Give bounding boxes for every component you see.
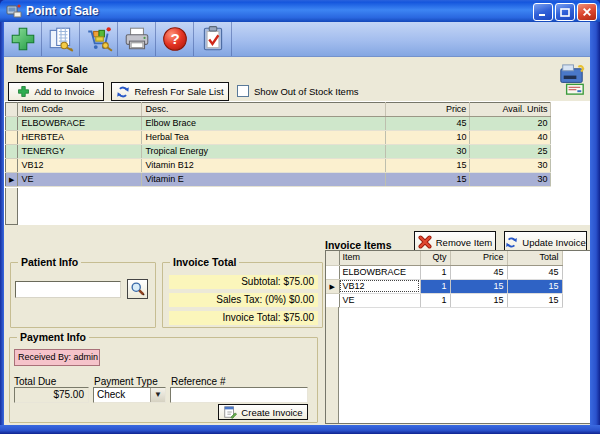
cell[interactable]: Elbow Brace xyxy=(142,117,386,131)
table-row[interactable]: VE11515 xyxy=(326,293,562,307)
table-row[interactable]: ▶VEVitamin E1530 xyxy=(6,173,551,187)
cell[interactable]: Vitamin B12 xyxy=(142,159,386,173)
cell[interactable]: 25 xyxy=(470,145,551,159)
row-selector[interactable] xyxy=(326,265,339,279)
column-header[interactable]: Desc. xyxy=(142,103,386,117)
payment-type-label: Payment Type xyxy=(94,376,158,387)
cell[interactable]: 10 xyxy=(386,131,470,145)
items-for-sale-section: Items For Sale Add to Invoice Refresh Fo… xyxy=(4,57,590,101)
window-border xyxy=(590,22,600,434)
table-row[interactable]: ELBOWBRACE14545 xyxy=(326,265,562,279)
pos-toolbar-button[interactable] xyxy=(80,22,117,56)
row-selector[interactable]: ▶ xyxy=(6,173,18,187)
tasks-toolbar-button[interactable] xyxy=(194,22,231,56)
row-selector[interactable] xyxy=(6,159,18,173)
add-toolbar-button[interactable] xyxy=(4,22,41,56)
cell[interactable]: Herbal Tea xyxy=(142,131,386,145)
patient-search-button[interactable] xyxy=(127,279,148,299)
payment-info-group: Payment Info Received By: admin Total Du… xyxy=(9,337,318,423)
payment-info-title: Payment Info xyxy=(17,331,89,343)
window-border xyxy=(0,22,4,434)
bottom-panel: Patient Info Invoice Total Subtotal: $75… xyxy=(4,225,590,425)
cell[interactable]: 45 xyxy=(450,265,507,279)
row-selector-column xyxy=(5,188,18,225)
cell[interactable]: Vitamin E xyxy=(142,173,386,187)
invoice-items-grid: ItemQtyPriceTotalELBOWBRACE14545▶VB12115… xyxy=(325,250,591,424)
table-row[interactable]: HERBTEAHerbal Tea1040 xyxy=(6,131,551,145)
cell[interactable]: ELBOWBRACE xyxy=(18,117,142,131)
show-out-of-stock-checkbox[interactable] xyxy=(237,85,249,97)
add-to-invoice-button[interactable]: Add to Invoice xyxy=(8,82,104,101)
column-header[interactable]: Price xyxy=(386,103,470,117)
patient-info-group: Patient Info xyxy=(10,262,156,328)
cell[interactable]: HERBTEA xyxy=(18,131,142,145)
column-header[interactable]: Avail. Units xyxy=(470,103,551,117)
row-selector[interactable] xyxy=(326,293,339,307)
cell[interactable]: 1 xyxy=(420,265,450,279)
magnifier-icon xyxy=(130,281,146,297)
window: Point of Sale xyxy=(0,0,600,434)
cell[interactable]: 15 xyxy=(507,279,562,293)
cell[interactable]: VE xyxy=(18,173,142,187)
refresh-icon xyxy=(505,236,518,249)
cell[interactable]: 20 xyxy=(470,117,551,131)
row-selector[interactable] xyxy=(6,117,18,131)
column-header[interactable]: Item Code xyxy=(18,103,142,117)
cell[interactable]: 30 xyxy=(470,159,551,173)
accounts-toolbar-button[interactable] xyxy=(42,22,79,56)
toolbar-separator xyxy=(231,22,232,56)
invoice-total-title: Invoice Total xyxy=(170,256,239,268)
dropdown-arrow-icon[interactable]: ▼ xyxy=(150,388,165,402)
cell[interactable]: VB12 xyxy=(18,159,142,173)
remove-icon xyxy=(418,235,432,249)
maximize-button[interactable] xyxy=(555,3,575,21)
reference-input[interactable] xyxy=(170,387,308,403)
close-button[interactable] xyxy=(577,3,597,21)
show-out-of-stock-label: Show Out of Stock Items xyxy=(254,86,359,97)
refresh-for-sale-list-button[interactable]: Refresh For Sale List xyxy=(111,82,229,101)
subtotal-field: Subtotal: $75.00 xyxy=(169,275,318,289)
payment-type-select[interactable]: Check ▼ xyxy=(93,387,166,403)
column-header[interactable]: Price xyxy=(450,251,507,265)
print-toolbar-button[interactable] xyxy=(118,22,155,56)
refresh-icon xyxy=(116,85,130,99)
cell[interactable]: 15 xyxy=(450,293,507,307)
patient-search-input[interactable] xyxy=(15,281,121,298)
cell[interactable]: 30 xyxy=(470,173,551,187)
table-row[interactable]: ELBOWBRACEElbow Brace4520 xyxy=(6,117,551,131)
create-invoice-button[interactable]: Create Invoice xyxy=(218,404,308,420)
cell[interactable]: ELBOWBRACE xyxy=(339,265,420,279)
row-selector[interactable]: ▶ xyxy=(326,279,339,293)
cell[interactable]: 40 xyxy=(470,131,551,145)
column-header[interactable]: Qty xyxy=(420,251,450,265)
column-header[interactable]: Item xyxy=(339,251,420,265)
table-row[interactable]: TENERGYTropical Energy3025 xyxy=(6,145,551,159)
total-due-label: Total Due xyxy=(14,376,56,387)
cell[interactable]: 15 xyxy=(450,279,507,293)
cell[interactable]: 15 xyxy=(386,159,470,173)
cell[interactable]: 15 xyxy=(386,173,470,187)
cell[interactable]: 15 xyxy=(507,293,562,307)
cell[interactable]: 1 xyxy=(420,293,450,307)
help-toolbar-button[interactable]: ? xyxy=(156,22,193,56)
row-selector[interactable] xyxy=(6,131,18,145)
total-due-field: $75.00 xyxy=(14,387,89,403)
cell[interactable]: Tropical Energy xyxy=(142,145,386,159)
invoice-total-group: Invoice Total Subtotal: $75.00 Sales Tax… xyxy=(162,262,323,328)
cell[interactable]: TENERGY xyxy=(18,145,142,159)
cell[interactable]: 1 xyxy=(420,279,450,293)
cell[interactable]: VB12 xyxy=(339,279,420,293)
sales-tax-field: Sales Tax: (0%) $0.00 xyxy=(169,293,318,307)
reference-label: Reference # xyxy=(171,376,225,387)
minimize-button[interactable] xyxy=(533,3,553,21)
pos-register-icon xyxy=(553,61,590,98)
row-selector[interactable] xyxy=(6,145,18,159)
table-row[interactable]: VB12Vitamin B121530 xyxy=(6,159,551,173)
cell[interactable]: VE xyxy=(339,293,420,307)
cell[interactable]: 30 xyxy=(386,145,470,159)
table-row[interactable]: ▶VB1211515 xyxy=(326,279,562,293)
column-header[interactable]: Total xyxy=(507,251,562,265)
cell[interactable]: 45 xyxy=(386,117,470,131)
cell[interactable]: 45 xyxy=(507,265,562,279)
create-invoice-icon xyxy=(223,405,237,419)
